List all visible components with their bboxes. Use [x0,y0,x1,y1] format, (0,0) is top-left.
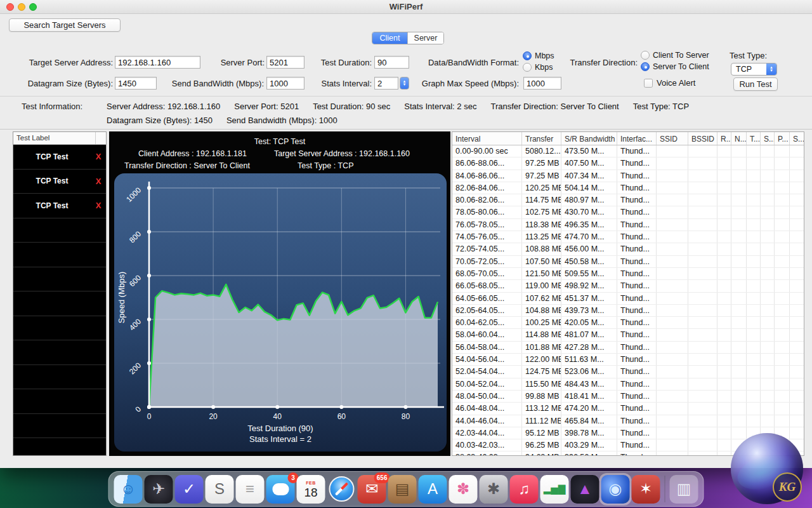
target-server-address-input[interactable] [115,56,200,69]
table-row[interactable]: 60.04-62.05...100.25 MB420.05 M...Thund.… [452,317,804,329]
dock-textedit-icon[interactable]: ≡ [236,475,265,504]
table-row[interactable]: 78.05-80.06...102.75 MB430.70 M...Thund.… [452,206,804,218]
dock-books-icon[interactable]: ✶ [632,475,660,504]
dock-stickies-icon[interactable]: S [206,475,234,504]
table-row[interactable]: 54.04-56.04...122.00 MB511.63 M...Thund.… [452,354,804,366]
column-header[interactable]: S... [761,132,775,145]
test-list-item[interactable]: TCP TestX [13,170,106,194]
dock-launchpad-icon[interactable]: ✈ [145,475,173,504]
transfer-direction-radios: Client To ServerServer To Client [641,51,709,71]
search-target-servers-button[interactable]: Search Target Servers [9,18,121,32]
column-header[interactable]: Interfac... [617,132,657,145]
radio-option-server-to-client[interactable]: Server To Client [641,62,709,71]
table-cell [731,415,747,427]
table-row[interactable]: 74.05-76.05...113.25 MB474.70 M...Thund.… [452,231,804,243]
dock-things-icon[interactable]: ✓ [175,475,204,504]
radio-option-client-to-server[interactable]: Client To Server [641,51,709,60]
table-cell: Thund... [617,293,657,304]
dock-messages-icon[interactable]: 3 [266,475,295,504]
voice-alert-checkbox[interactable]: Voice Alert [644,78,695,88]
checkbox-icon [644,79,653,88]
run-test-button[interactable]: Run Test [733,77,778,91]
table-row[interactable]: 62.05-64.05...104.88 MB439.73 M...Thund.… [452,305,804,317]
table-cell: 54.04-56.04... [452,354,522,365]
dock-mail-icon[interactable]: ✉656 [358,475,386,504]
radio-option-mbps[interactable]: Mbps [523,51,554,60]
segment-server[interactable]: Server [408,32,443,44]
stats-interval-input[interactable] [374,77,398,90]
dock-trash-icon[interactable]: ▥ [670,475,698,504]
prism-glyph: ▲ [577,480,593,498]
table-row[interactable]: 70.05-72.05...107.50 MB450.58 M...Thund.… [452,256,804,268]
test-duration-input[interactable] [374,56,409,69]
stats-interval-stepper[interactable]: ▲▼ [400,77,409,90]
table-cell [747,243,761,255]
test-type-select[interactable]: TCP ▲▼ [731,63,777,76]
table-row[interactable]: 56.04-58.04...101.88 MB427.28 M...Thund.… [452,342,804,354]
dock-stats-icon[interactable]: ▂▅▇ [540,475,569,504]
dock-system-preferences-icon[interactable]: ✱ [480,475,508,504]
table-row[interactable]: 46.04-48.04...113.12 MB474.20 M...Thund.… [452,403,804,415]
table-cell [790,231,804,243]
table-cell: 407.34 M... [561,170,617,182]
table-row[interactable]: 64.05-66.05...107.62 MB451.37 M...Thund.… [452,293,804,305]
delete-test-button[interactable]: X [91,177,106,186]
dock-wifiperf-icon[interactable]: ◉ [601,475,630,504]
dock-app-store-icon[interactable]: A [419,475,447,504]
column-header[interactable]: N... [731,132,747,145]
datagram-size-input[interactable] [115,77,157,90]
test-label-column-header[interactable]: Test Label [13,132,96,144]
table-row[interactable]: 68.05-70.05...121.50 MB509.55 M...Thund.… [452,268,804,280]
column-header[interactable]: BSSID [688,132,717,145]
table-cell: 398.78 M... [561,427,617,439]
table-cell: 82.06-84.06... [452,182,522,194]
table-row[interactable]: 86.06-88.06...97.25 MB407.50 M...Thund..… [452,157,804,170]
table-cell [688,194,717,206]
dock-music-icon[interactable]: ♫ [510,475,539,504]
table-cell [657,145,688,157]
table-row[interactable]: 84.06-86.06...97.25 MB407.34 M...Thund..… [452,170,804,182]
send-bandwidth-input[interactable] [266,77,304,90]
table-row[interactable]: 58.04-60.04...114.88 MB481.07 M...Thund.… [452,329,804,341]
dock-calendar-icon[interactable]: FEB18 [297,475,325,504]
segment-client[interactable]: Client [372,32,408,44]
table-row[interactable]: 50.04-52.04...115.50 MB484.43 M...Thund.… [452,378,804,391]
table-row[interactable]: 52.04-54.04...124.75 MB523.06 M...Thund.… [452,366,804,378]
dock-finder-icon[interactable]: ☺ [114,475,143,504]
test-label: TCP Test [13,201,91,210]
column-header[interactable]: R... [717,132,731,145]
server-port-input[interactable] [266,56,304,69]
table-row[interactable]: 44.04-46.04...111.12 MB465.84 M...Thund.… [452,415,804,427]
column-header[interactable]: Interval [452,132,522,145]
delete-test-button[interactable]: X [91,201,106,210]
speed-chart: 02004006008001000020406080Speed (Mbps) T… [114,173,447,451]
table-row[interactable]: 0.00-90.00 sec5080.12...473.50 M...Thund… [452,145,804,157]
table-row[interactable]: 82.06-84.06...120.25 MB504.14 M...Thund.… [452,182,804,194]
test-list-item[interactable]: TCP TestX [13,145,106,170]
column-header[interactable]: T... [747,132,761,145]
dock-photos-icon[interactable]: ✽ [449,475,478,504]
delete-test-button[interactable]: X [91,152,106,161]
column-header[interactable]: S... [790,132,804,145]
test-info-line2: Datagram Size (Bytes): 1450Send Bandwidt… [107,116,337,125]
radio-option-kbps[interactable]: Kbps [523,63,554,72]
table-row[interactable]: 80.06-82.06...114.75 MB480.97 M...Thund.… [452,194,804,206]
select-arrows-icon: ▲▼ [766,64,776,75]
table-cell [688,317,717,328]
table-row[interactable]: 48.04-50.04...99.88 MB418.41 M...Thund..… [452,391,804,403]
table-row[interactable]: 72.05-74.05...108.88 MB456.00 M...Thund.… [452,243,804,255]
dock-safari-icon[interactable] [327,475,356,504]
test-list-item[interactable]: TCP TestX [13,194,106,218]
column-header[interactable]: S/R Bandwidth [561,132,617,145]
column-header[interactable]: Transfer [522,132,561,145]
table-row[interactable]: 66.05-68.05...119.00 MB498.92 M...Thund.… [452,280,804,292]
dock-notebook-icon[interactable]: ▤ [388,475,417,504]
column-header[interactable]: SSID [657,132,688,145]
table-row[interactable]: 76.05-78.05...118.38 MB496.35 M...Thund.… [452,219,804,231]
table-cell [747,157,761,169]
graph-max-speed-input[interactable] [523,77,561,90]
table-cell [775,366,790,377]
table-cell [657,403,688,414]
dock-prism-icon[interactable]: ▲ [571,475,599,504]
column-header[interactable]: P... [775,132,790,145]
